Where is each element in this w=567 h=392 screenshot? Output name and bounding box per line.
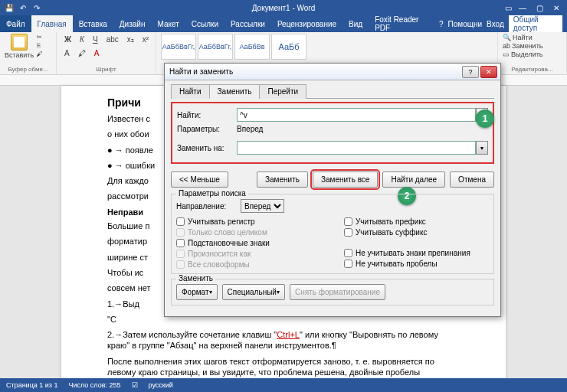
paste-button[interactable]: Вставить xyxy=(5,34,34,59)
cut-icon[interactable]: ✂ xyxy=(37,34,43,41)
less-button[interactable]: << Меньше xyxy=(171,172,228,188)
dialog-titlebar[interactable]: Найти и заменить ? ✕ xyxy=(165,64,500,80)
dialog-tab-goto[interactable]: Перейти xyxy=(259,84,306,99)
paste-icon xyxy=(11,34,28,51)
help-icon[interactable]: ? xyxy=(439,20,444,28)
tab-home[interactable]: Главная xyxy=(31,15,73,32)
replace-dropdown-arrow[interactable]: ▼ xyxy=(476,141,488,155)
strike-button[interactable]: abc xyxy=(103,34,122,45)
find-button[interactable]: 🔍Найти xyxy=(503,34,562,41)
paste-label: Вставить xyxy=(5,51,34,59)
format-button[interactable]: Формат xyxy=(176,284,218,300)
direction-select[interactable]: Вперед xyxy=(241,199,284,213)
ignore-punct-checkbox[interactable]: Не учитывать знаки препинания xyxy=(344,249,489,257)
replace-one-button[interactable]: Заменить xyxy=(257,172,308,188)
status-proofing-icon[interactable]: ☑ xyxy=(132,381,138,389)
style-normal[interactable]: АаБбВвГг, xyxy=(161,34,196,60)
group-clipboard: Буфер обме... xyxy=(5,66,51,73)
doc-text: После выполнения этих шагов текст отформ… xyxy=(107,356,460,378)
special-button[interactable]: Специальный xyxy=(222,284,285,300)
tab-view[interactable]: Вид xyxy=(342,15,369,32)
bold-button[interactable]: Ж xyxy=(61,34,74,45)
tab-layout[interactable]: Макет xyxy=(151,15,185,32)
match-case-checkbox[interactable]: Учитывать регистр xyxy=(176,217,321,226)
tab-foxit[interactable]: Foxit Reader PDF xyxy=(369,15,439,32)
select-button[interactable]: ▭Выделить xyxy=(503,51,562,58)
tab-design[interactable]: Дизайн xyxy=(113,15,152,32)
no-formatting-button: Снять форматирование xyxy=(290,284,385,300)
save-icon[interactable]: 💾 xyxy=(5,3,14,12)
login-label[interactable]: Вход xyxy=(487,20,504,28)
wildcards-checkbox[interactable]: Подстановочные знаки xyxy=(176,239,321,247)
find-label: Найти: xyxy=(177,111,232,119)
style-heading1[interactable]: АаБбВв xyxy=(234,34,270,60)
dialog-tab-find[interactable]: Найти xyxy=(171,84,210,99)
tab-references[interactable]: Ссылки xyxy=(185,15,225,32)
status-words[interactable]: Число слов: 255 xyxy=(68,381,120,389)
find-replace-dialog: Найти и заменить ? ✕ Найти Заменить Пере… xyxy=(164,63,501,317)
params-label: Параметры: xyxy=(177,125,232,133)
redo-icon[interactable]: ↷ xyxy=(32,3,41,12)
close-button[interactable]: ✕ xyxy=(550,4,562,12)
tab-insert[interactable]: Вставка xyxy=(73,15,113,32)
replace-input[interactable] xyxy=(237,141,476,155)
style-heading2[interactable]: АаБб xyxy=(271,34,306,60)
status-language[interactable]: русский xyxy=(149,381,173,389)
group-font: Шрифт xyxy=(61,66,151,73)
sounds-like-checkbox[interactable]: Произносится как xyxy=(176,250,321,258)
cursor-icon: ▭ xyxy=(503,51,510,58)
replace-all-button[interactable]: Заменить все xyxy=(313,172,378,188)
dialog-tab-replace[interactable]: Заменить xyxy=(209,84,261,99)
doc-link: Ctrl+L xyxy=(277,330,300,339)
ignore-space-checkbox[interactable]: Не учитывать пробелы xyxy=(344,260,489,268)
search-options-legend: Параметры поиска xyxy=(176,189,248,198)
style-nospacing[interactable]: АаБбВвГг, xyxy=(198,34,233,60)
group-editing: Редактирова... xyxy=(503,66,562,73)
params-value: Вперед xyxy=(237,125,488,133)
dialog-close-button[interactable]: ✕ xyxy=(480,66,497,78)
highlight-button[interactable]: 🖍 xyxy=(75,47,89,59)
whole-word-checkbox[interactable]: Только слово целиком xyxy=(176,228,321,237)
match-prefix-checkbox[interactable]: Учитывать префикс xyxy=(344,217,489,226)
tab-review[interactable]: Рецензирование xyxy=(271,15,342,32)
tab-file[interactable]: Файл xyxy=(0,15,31,32)
direction-label: Направление: xyxy=(176,202,236,211)
titlebar: 💾 ↶ ↷ Документ1 - Word ▭ — ▢ ✕ xyxy=(0,0,567,15)
replace-label: Заменить на: xyxy=(177,144,232,152)
status-page[interactable]: Страница 1 из 1 xyxy=(6,381,57,389)
superscript-button[interactable]: x² xyxy=(139,34,152,45)
share-button[interactable]: Общий доступ xyxy=(509,14,562,34)
ribbon-tabs: Файл Главная Вставка Дизайн Макет Ссылки… xyxy=(0,15,567,32)
help-label: Помощни xyxy=(448,20,483,28)
statusbar: Страница 1 из 1 Число слов: 255 ☑ русски… xyxy=(0,378,567,392)
search-icon: 🔍 xyxy=(503,34,511,41)
annotation-badge-1: 1 xyxy=(476,109,494,128)
text-effects-button[interactable]: A xyxy=(61,47,73,59)
find-input[interactable] xyxy=(237,108,476,122)
italic-button[interactable]: К xyxy=(77,34,87,45)
tab-mailings[interactable]: Рассылки xyxy=(225,15,271,32)
highlight-frame-1: Найти: ▼ Параметры: Вперед Заменить на: … xyxy=(171,102,494,164)
match-suffix-checkbox[interactable]: Учитывать суффикс xyxy=(344,228,489,237)
subscript-button[interactable]: x₂ xyxy=(124,34,137,45)
replace-icon: ab xyxy=(503,42,510,50)
dialog-title: Найти и заменить xyxy=(168,67,460,76)
replace-format-group: Заменить Формат Специальный Снять формат… xyxy=(171,279,494,305)
underline-button[interactable]: Ч xyxy=(90,34,101,45)
window-title: Документ1 - Word xyxy=(252,4,316,12)
ribbon-options-icon[interactable]: ▭ xyxy=(505,4,512,12)
format-painter-icon[interactable]: 🖌 xyxy=(37,51,43,57)
minimize-button[interactable]: — xyxy=(516,4,529,12)
find-next-button[interactable]: Найти далее xyxy=(382,172,445,188)
doc-text: 2.→Затем используйте сочетание клавиш "C… xyxy=(107,329,460,351)
copy-icon[interactable]: ⎘ xyxy=(37,42,43,49)
undo-icon[interactable]: ↶ xyxy=(18,3,28,12)
search-options-group: Параметры поиска Направление: Вперед Учи… xyxy=(171,194,494,274)
replace-button[interactable]: abЗаменить xyxy=(503,42,562,50)
maximize-button[interactable]: ▢ xyxy=(533,4,546,12)
replace-format-legend: Заменить xyxy=(176,274,215,283)
cancel-button[interactable]: Отмена xyxy=(450,172,494,188)
font-color-button[interactable]: A xyxy=(91,47,103,59)
dialog-help-button[interactable]: ? xyxy=(462,66,479,78)
word-forms-checkbox[interactable]: Все словоформы xyxy=(176,260,321,269)
